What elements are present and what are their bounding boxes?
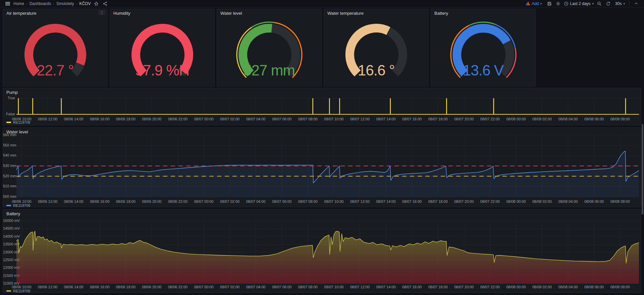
- x-tick-label: 08/06 12:00: [38, 199, 57, 203]
- panel-title[interactable]: Pump: [6, 90, 18, 95]
- pump-state-timeline[interactable]: [16, 96, 639, 116]
- legend-item[interactable]: RE119709: [6, 289, 30, 293]
- x-tick-label: 08/07 00:00: [194, 199, 213, 203]
- panel-title[interactable]: Water level: [6, 129, 28, 134]
- panel-title[interactable]: Water level: [220, 11, 242, 16]
- share-icon[interactable]: [102, 0, 108, 7]
- x-tick-label: 08/07 14:00: [376, 285, 396, 289]
- x-tick-label: 08/07 06:00: [272, 285, 291, 289]
- legend-item[interactable]: RE119709: [6, 120, 30, 124]
- star-icon[interactable]: [93, 0, 100, 7]
- gauge-panel-battery: Battery 13.6 V: [431, 9, 536, 86]
- x-tick-label: 08/07 02:00: [220, 117, 239, 121]
- x-tick-label: 08/07 16:00: [402, 199, 422, 203]
- x-tick-label: 08/07 18:00: [428, 117, 448, 121]
- x-tick-label: 08/07 12:00: [350, 285, 370, 289]
- breadcrumb-folder[interactable]: Smolotely: [56, 1, 74, 6]
- x-tick-label: 08/08 04:00: [558, 285, 578, 289]
- nav-divider: [629, 1, 629, 6]
- clock-icon: [564, 1, 569, 6]
- x-tick-label: 08/06 10:00: [12, 199, 31, 203]
- mini-chart-icon: [526, 1, 530, 6]
- x-tick-label: 08/07 00:00: [194, 285, 213, 289]
- time-range-picker[interactable]: Last 2 days ▾: [564, 1, 594, 6]
- panel-title[interactable]: Battery: [434, 11, 448, 16]
- y-tick-label: 530 mm: [3, 164, 15, 168]
- gauge-row: Air temperature ⋮ 22.7 ° Humidity 97.9 %…: [3, 9, 536, 86]
- save-dashboard-icon[interactable]: [546, 0, 553, 7]
- water-level-time-series[interactable]: [16, 133, 639, 199]
- x-tick-label: 08/07 16:00: [402, 285, 422, 289]
- x-tick-label: 08/06 14:00: [64, 117, 84, 121]
- x-tick-label: 08/08 08:00: [610, 117, 630, 121]
- breadcrumb-home[interactable]: Home: [13, 1, 24, 6]
- refresh-interval-label: 30s: [615, 1, 622, 6]
- x-tick-label: 08/06 10:00: [12, 285, 31, 289]
- gauge-panel-water-level: Water level 527 mm: [217, 9, 322, 86]
- panel-title[interactable]: Battery: [6, 211, 20, 216]
- x-tick-label: 08/06 20:00: [142, 285, 161, 289]
- x-tick-label: 08/07 18:00: [428, 199, 448, 203]
- legend-swatch: [6, 205, 11, 206]
- x-tick-label: 08/07 22:00: [480, 199, 500, 203]
- water-level-chart-panel: Water level 560 mm550 mm540 mm530 mm520 …: [3, 127, 641, 207]
- x-tick-label: 08/07 08:00: [298, 285, 318, 289]
- breadcrumb-dashboard-title[interactable]: KČOV: [79, 1, 91, 6]
- x-tick-label: 08/07 16:00: [402, 117, 422, 121]
- x-tick-label: 08/07 10:00: [324, 117, 343, 121]
- gauge-panel-humidity: Humidity 97.9 %H: [110, 9, 215, 86]
- hamburger-menu-icon[interactable]: [4, 0, 11, 7]
- top-nav: Home › Dashboards › Smolotely › KČOV Add…: [0, 0, 644, 7]
- add-button[interactable]: Add ▾: [526, 1, 542, 6]
- y-tick-label: 13000 mV: [3, 250, 15, 254]
- x-tick-label: 08/07 14:00: [376, 117, 396, 121]
- legend-swatch: [6, 290, 11, 292]
- x-tick-label: 08/08 02:00: [532, 117, 552, 121]
- battery-time-series[interactable]: [16, 219, 639, 286]
- x-tick-label: 08/07 18:00: [428, 285, 448, 289]
- settings-gear-icon[interactable]: [555, 0, 561, 7]
- breadcrumb-separator: ›: [76, 2, 77, 6]
- x-tick-label: 08/07 10:00: [324, 285, 343, 289]
- x-tick-label: 08/07 20:00: [454, 117, 474, 121]
- y-tick-label: 11500 mV: [3, 274, 15, 278]
- panel-title[interactable]: Water temperature: [327, 11, 364, 16]
- scrollbar-thumb[interactable]: [642, 124, 643, 215]
- pump-state-panel: Pump True False 08/06 10:0008/06 12:0008…: [3, 88, 641, 125]
- x-tick-label: 08/07 08:00: [298, 199, 318, 203]
- x-tick-label: 08/07 02:00: [220, 199, 239, 203]
- x-tick-label: 08/08 02:00: [532, 285, 552, 289]
- breadcrumb-dashboards[interactable]: Dashboards: [30, 1, 51, 6]
- refresh-interval-picker[interactable]: 30s ▾: [614, 1, 625, 6]
- panel-menu-icon[interactable]: ⋮: [98, 10, 105, 15]
- x-tick-label: 08/08 00:00: [506, 117, 526, 121]
- x-tick-label: 08/06 18:00: [116, 199, 136, 203]
- x-tick-label: 08/08 06:00: [584, 199, 604, 203]
- legend-label: RE119709: [13, 289, 30, 293]
- x-tick-label: 08/08 08:00: [610, 199, 630, 203]
- gauge-value: 16.6 °: [324, 62, 428, 79]
- chevron-up-icon[interactable]: [633, 0, 640, 7]
- y-tick-label: 510 mm: [3, 184, 15, 188]
- y-tick-label: 14000 mV: [3, 234, 15, 238]
- y-tick-label: 13500 mV: [3, 242, 15, 246]
- zoom-out-icon[interactable]: [596, 0, 603, 7]
- legend-item[interactable]: RE119709: [6, 203, 30, 208]
- x-tick-label: 08/07 20:00: [454, 199, 474, 203]
- y-tick-label: 520 mm: [3, 174, 15, 178]
- gauge-value: 13.6 V: [431, 62, 535, 79]
- x-tick-label: 08/06 22:00: [168, 285, 187, 289]
- y-axis-label-true: True: [3, 96, 15, 100]
- refresh-icon[interactable]: [605, 0, 611, 7]
- panel-title[interactable]: Air temperature: [6, 11, 37, 16]
- legend-label: RE119709: [13, 120, 30, 124]
- x-tick-label: 08/07 22:00: [480, 117, 500, 121]
- chevron-down-icon: ▾: [623, 2, 625, 5]
- panel-title[interactable]: Humidity: [113, 11, 130, 16]
- x-tick-label: 08/07 06:00: [272, 199, 291, 203]
- x-tick-label: 08/06 16:00: [90, 117, 109, 121]
- gauge-value: 97.9 %H: [110, 62, 214, 79]
- chevron-down-icon: ▾: [592, 2, 594, 5]
- x-tick-label: 08/07 04:00: [246, 117, 266, 121]
- x-tick-label: 08/06 20:00: [142, 199, 161, 203]
